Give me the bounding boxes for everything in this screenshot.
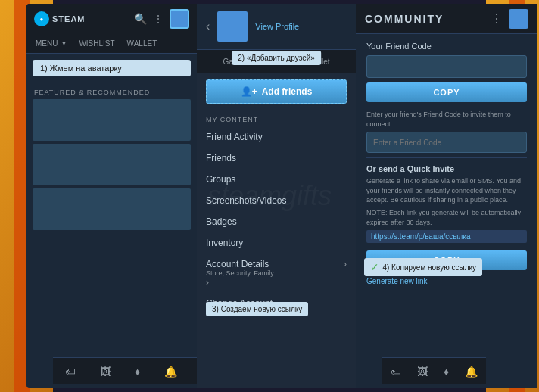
steam-panel: ● STEAM 🔍 ⋮ MENU ▼ WISHLIST WALLET 1) Жм… bbox=[26, 4, 197, 388]
menu-item-inventory[interactable]: Inventory bbox=[197, 232, 356, 254]
wishlist-nav-item[interactable]: WISHLIST bbox=[76, 37, 117, 50]
profile-menu: Friend Activity Friends Groups Screensho… bbox=[197, 126, 356, 314]
quick-invite-description: Generate a link to share via email or SM… bbox=[366, 176, 527, 205]
main-container: ● STEAM 🔍 ⋮ MENU ▼ WISHLIST WALLET 1) Жм… bbox=[26, 4, 513, 388]
featured-image-2 bbox=[33, 144, 191, 185]
steam-logo: ● STEAM bbox=[34, 11, 86, 26]
community-bottom-nav: 🏷 🖼 ♦ 🔔 bbox=[382, 357, 486, 384]
add-friends-icon: 👤+ bbox=[241, 86, 257, 97]
friend-code-section: Your Friend Code COPY Enter your friend'… bbox=[366, 34, 527, 153]
view-profile-button[interactable]: View Profile bbox=[255, 22, 299, 31]
menu-item-screenshots[interactable]: Screenshots/Videos bbox=[197, 190, 356, 211]
menu-item-friend-activity[interactable]: Friend Activity bbox=[197, 126, 356, 148]
bottom-image-icon[interactable]: 🖼 bbox=[100, 366, 111, 378]
menu-item-groups[interactable]: Groups bbox=[197, 169, 356, 190]
more-icon[interactable]: ⋮ bbox=[153, 13, 164, 25]
checkmark-icon: ✓ bbox=[370, 261, 379, 273]
profile-avatar bbox=[217, 11, 248, 42]
generate-link-button[interactable]: Generate new link bbox=[366, 275, 428, 288]
steam-bottom-nav: 🏷 🖼 ♦ 🔔 ☰ bbox=[53, 357, 197, 384]
community-panel: COMMUNITY ⋮ Your Friend Code COPY Enter … bbox=[356, 4, 537, 388]
search-icon[interactable]: 🔍 bbox=[134, 13, 147, 25]
community-header: COMMUNITY ⋮ bbox=[356, 4, 537, 34]
featured-label: FEATURED & RECOMMENDED bbox=[26, 82, 197, 99]
community-avatar[interactable] bbox=[509, 9, 528, 29]
bottom-bell-icon[interactable]: 🔔 bbox=[164, 366, 177, 378]
my-content-label: MY CONTENT bbox=[197, 110, 356, 126]
back-arrow-icon[interactable]: ‹ bbox=[206, 20, 210, 33]
community-header-right: ⋮ bbox=[491, 9, 528, 29]
menu-item-account-details[interactable]: Account Details › Store, Security, Famil… bbox=[197, 254, 356, 293]
friend-code-input[interactable] bbox=[366, 55, 527, 78]
steam-header-icons: 🔍 ⋮ bbox=[134, 9, 189, 29]
enter-friend-code-input[interactable] bbox=[366, 132, 527, 153]
divider bbox=[366, 157, 527, 158]
tooltip-add-friends: 2) «Добавить друзей» bbox=[232, 51, 321, 65]
comm-bottom-image-icon[interactable]: 🖼 bbox=[417, 366, 428, 378]
bottom-tag-icon[interactable]: 🏷 bbox=[65, 366, 76, 378]
steam-logo-text: STEAM bbox=[52, 14, 86, 23]
note-text: NOTE: Each link you generate will be aut… bbox=[366, 208, 527, 227]
menu-item-friends[interactable]: Friends bbox=[197, 148, 356, 169]
profile-panel: ‹ View Profile 2) «Добавить друзей» Game… bbox=[197, 4, 356, 388]
add-friends-button[interactable]: 👤+ Add friends bbox=[206, 79, 347, 104]
community-more-icon[interactable]: ⋮ bbox=[491, 11, 503, 26]
tooltip-avatar: 1) Жмем на аватарку bbox=[33, 60, 191, 76]
invite-description: Enter your friend's Friend Code to invit… bbox=[366, 110, 527, 129]
menu-nav-item[interactable]: MENU ▼ bbox=[33, 37, 70, 50]
menu-item-badges[interactable]: Badges bbox=[197, 211, 356, 232]
wallet-nav-item[interactable]: WALLET bbox=[124, 37, 160, 50]
account-details-sub: Store, Security, Family bbox=[206, 269, 274, 277]
tooltip-copy-link: ✓ 4) Копируем новую ссылку bbox=[364, 258, 482, 276]
invite-link-url: https://s.team/p/ваша/ссылка bbox=[366, 230, 527, 243]
avatar[interactable] bbox=[170, 9, 189, 29]
bottom-diamond-icon[interactable]: ♦ bbox=[135, 366, 140, 378]
quick-invite-label: Or send a Quick Invite bbox=[366, 164, 527, 173]
tooltip-new-link: 3) Создаем новую ссылку bbox=[206, 302, 308, 316]
comm-bottom-tag-icon[interactable]: 🏷 bbox=[391, 366, 401, 378]
steam-content: FEATURED & RECOMMENDED bbox=[26, 82, 197, 230]
featured-image-1 bbox=[33, 99, 191, 141]
copy-code-button[interactable]: COPY bbox=[366, 82, 527, 102]
community-content: Your Friend Code COPY Enter your friend'… bbox=[356, 34, 537, 288]
menu-chevron-icon: ▼ bbox=[61, 40, 67, 47]
friend-code-label: Your Friend Code bbox=[366, 42, 527, 51]
steam-nav-bar: MENU ▼ WISHLIST WALLET bbox=[26, 34, 197, 54]
featured-image-3 bbox=[33, 188, 191, 230]
steam-icon: ● bbox=[34, 11, 49, 26]
steam-header: ● STEAM 🔍 ⋮ bbox=[26, 4, 197, 34]
comm-bottom-bell-icon[interactable]: 🔔 bbox=[465, 366, 478, 378]
comm-bottom-diamond-icon[interactable]: ♦ bbox=[444, 366, 449, 378]
profile-header: ‹ View Profile bbox=[197, 4, 356, 50]
featured-images bbox=[26, 99, 197, 230]
community-title: COMMUNITY bbox=[365, 13, 444, 25]
account-details-arrow-icon: › bbox=[344, 259, 347, 269]
